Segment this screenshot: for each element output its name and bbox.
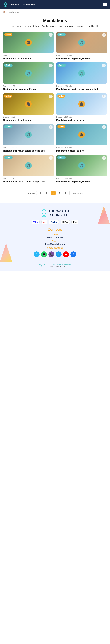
- card-type-badge-3: Audio: [4, 64, 12, 67]
- favorite-button-4[interactable]: ♡: [102, 64, 106, 67]
- card-type-badge-6: Video: [58, 94, 66, 98]
- card-item-5[interactable]: Video ♡ 🎥 Duration 12:30 min Meditation …: [3, 93, 54, 122]
- card-duration-2: Duration 12:30 min: [56, 54, 107, 56]
- logo-icon: [3, 2, 8, 7]
- card-type-badge-2: Audio: [58, 33, 66, 36]
- favorite-button-9[interactable]: ♡: [49, 156, 52, 160]
- card-image-9: Audio ♡ 🎵: [3, 155, 54, 176]
- card-title-4: Meditation for health before going to be…: [56, 88, 107, 91]
- card-duration-6: Duration 12:30 min: [56, 116, 107, 118]
- card-duration-1: Duration 12:30 min: [3, 54, 54, 56]
- card-image-1: Video ♡ 🎥: [3, 32, 54, 53]
- page-description: Meditation is a powerful and effective w…: [3, 24, 107, 28]
- media-icon-7: 🎵: [25, 131, 32, 138]
- card-image-7: Audio ♡ 🎵: [3, 124, 54, 146]
- card-duration-7: Duration 12:30 min: [3, 147, 54, 149]
- page-4[interactable]: 4: [57, 191, 62, 195]
- svg-point-1: [5, 4, 6, 4]
- whatsapp-button[interactable]: 📱: [41, 252, 47, 257]
- logo[interactable]: THE WAY TO YOURSELF: [3, 2, 35, 7]
- svg-point-3: [44, 212, 44, 213]
- card-image-5: Video ♡ 🎥: [3, 93, 54, 115]
- footer-bottom: G GL.UA: CORPORATE WEBSITES ORDER A WEBS…: [3, 261, 107, 268]
- breadcrumb-current: Meditations: [8, 11, 19, 13]
- twitter-button[interactable]: 🐦: [56, 252, 62, 257]
- footer-logo-text: THE WAY TOYOURSELF: [48, 209, 69, 217]
- favorite-button-6[interactable]: ♡: [102, 94, 106, 98]
- card-title-6: Meditation to clear the mind: [56, 119, 107, 122]
- page-1[interactable]: 1: [38, 191, 43, 195]
- main-content: Meditations Meditation is a powerful and…: [0, 18, 110, 203]
- hamburger-line1: [103, 3, 107, 4]
- breadcrumb-separator: >: [6, 11, 8, 13]
- page-3-active[interactable]: 3: [50, 191, 56, 195]
- payment-visa: VISA: [32, 220, 40, 224]
- payment-paypal: PayPal: [49, 220, 59, 224]
- hamburger-menu[interactable]: [103, 3, 107, 6]
- facebook-button[interactable]: f: [70, 252, 76, 257]
- social-row: ✈ 📱 📞 🐦 ▶ f: [3, 252, 107, 257]
- card-title-3: Meditation for beginners, Reboot: [3, 88, 54, 91]
- phone-label: Phone:: [3, 234, 107, 236]
- card-title-1: Meditation to clear the mind: [3, 57, 54, 60]
- media-icon-2: 🎵: [78, 39, 85, 46]
- card-item-8[interactable]: Video ♡ 🎥 Duration 12:30 min Meditation …: [56, 124, 107, 152]
- payment-gpay: G Pay: [61, 220, 70, 224]
- favorite-button-2[interactable]: ♡: [102, 33, 106, 37]
- breadcrumb: 🏠 > Meditations: [0, 9, 110, 15]
- card-item-10[interactable]: Audio ♡ 🎵 Duration 12:30 min Meditation …: [56, 155, 107, 183]
- builder-label: GL.UA: CORPORATE WEBSITES: [43, 264, 71, 266]
- hamburger-line3: [103, 6, 107, 6]
- page-6[interactable]: 6: [63, 191, 68, 195]
- card-duration-8: Duration 12:30 min: [56, 147, 107, 149]
- card-item-3[interactable]: Audio ♡ 🎵 Duration 12:30 min Meditation …: [3, 62, 54, 91]
- footer-logo: THE WAY TOYOURSELF: [3, 209, 107, 217]
- breadcrumb-home[interactable]: 🏠: [3, 11, 6, 13]
- card-type-badge-1: Video: [4, 33, 12, 36]
- youtube-button[interactable]: ▶: [63, 252, 69, 257]
- card-title-10: Meditation for beginners, Reboot: [56, 180, 107, 183]
- telegram-button[interactable]: ✈: [34, 252, 40, 257]
- meditations-grid: Video ♡ 🎥 Duration 12:30 min Meditation …: [3, 32, 107, 183]
- header: THE WAY TO YOURSELF: [0, 0, 110, 9]
- card-type-badge-5: Video: [4, 94, 12, 98]
- media-icon-8: 🎥: [78, 131, 85, 138]
- media-icon-6: 🎥: [78, 101, 85, 108]
- favorite-button-5[interactable]: ♡: [49, 94, 52, 98]
- favorite-button-10[interactable]: ♡: [102, 156, 106, 160]
- logo-text: THE WAY TO YOURSELF: [10, 3, 35, 6]
- card-title-5: Meditation to clear the mind: [3, 119, 54, 122]
- card-item-1[interactable]: Video ♡ 🎥 Duration 12:30 min Meditation …: [3, 32, 54, 60]
- favorite-button-3[interactable]: ♡: [49, 64, 52, 67]
- card-type-badge-10: Audio: [58, 156, 66, 159]
- page-title: Meditations: [3, 18, 107, 23]
- card-item-6[interactable]: Video ♡ 🎥 Duration 12:30 min Meditation …: [56, 93, 107, 122]
- media-icon-1: 🎥: [25, 39, 32, 46]
- email-value[interactable]: office@vestatur.com: [3, 243, 107, 245]
- card-item-2[interactable]: Audio ♡ 🎵 Duration 12:30 min Meditation …: [56, 32, 107, 60]
- next-button[interactable]: The next one: [69, 191, 85, 195]
- phone-value[interactable]: +358417509255: [3, 236, 107, 239]
- builder-info: GL.UA: CORPORATE WEBSITES ORDER A WEBSIT…: [43, 264, 71, 268]
- builder-sub[interactable]: ORDER A WEBSITE: [43, 266, 71, 268]
- card-duration-9: Duration 12:30 min: [3, 178, 54, 180]
- card-item-9[interactable]: Audio ♡ 🎵 Duration 12:30 min Meditation …: [3, 155, 54, 183]
- favorite-button-1[interactable]: ♡: [49, 33, 52, 37]
- card-duration-3: Duration 12:30 min: [3, 85, 54, 87]
- hamburger-line2: [103, 4, 107, 5]
- prev-button[interactable]: Previous: [25, 191, 37, 195]
- card-item-7[interactable]: Audio ♡ 🎵 Duration 12:30 min Meditation …: [3, 124, 54, 152]
- media-icon-10: 🎵: [78, 162, 85, 169]
- viber-button[interactable]: 📞: [48, 252, 54, 257]
- contacts-section: Contacts Phone: +358417509255 Email: off…: [3, 228, 107, 257]
- card-type-badge-8: Video: [58, 125, 66, 128]
- svg-text:G: G: [40, 265, 41, 266]
- page-2[interactable]: 2: [44, 191, 49, 195]
- footer: THE WAY TOYOURSELF VISA ●● PayPal G Pay …: [0, 203, 110, 271]
- card-title-9: Meditation for health before going to be…: [3, 180, 54, 183]
- card-item-4[interactable]: Audio ♡ 🎵 Duration 12:30 min Meditation …: [56, 62, 107, 91]
- payment-applepay: Pay: [72, 220, 78, 224]
- builder-logo-icon: G: [39, 264, 42, 267]
- email-label: Email:: [3, 240, 107, 242]
- media-icon-3: 🎵: [25, 70, 32, 76]
